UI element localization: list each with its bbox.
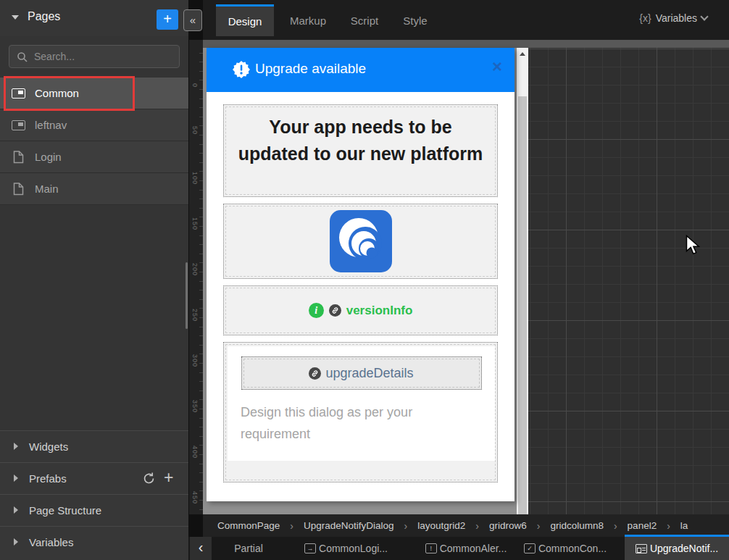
canvas-scrollbar[interactable] (517, 48, 528, 514)
sidebar-item-main[interactable]: Main (0, 173, 188, 205)
page-label: leftnav (35, 119, 67, 131)
tab-style[interactable]: Style (394, 4, 436, 36)
chevron-down-icon (700, 12, 708, 20)
ruler-number: 250 (191, 309, 199, 322)
bottom-tab-commonlogindialog[interactable]: → CommonLogi... (301, 537, 391, 560)
bottom-tab-label: CommonCon... (538, 543, 607, 554)
sidebar-section-page-structure[interactable]: Page Structure (0, 494, 188, 526)
search-input[interactable] (33, 46, 175, 67)
upgrade-notify-dialog: Upgrade available × Your app needs to be… (207, 48, 515, 501)
bottom-tab-bar: ‹ Partial → CommonLogi... ! CommonAler..… (188, 537, 729, 560)
breadcrumb-item[interactable]: gridrow6 (489, 520, 527, 531)
ruler-number: 300 (191, 354, 199, 367)
page-label: Login (35, 151, 62, 163)
sidebar-item-login[interactable]: Login (0, 141, 188, 173)
page-file-icon (13, 183, 24, 196)
section-label: Widgets (29, 440, 68, 453)
variables-label: Variables (656, 12, 697, 24)
ruler-number: 50 (191, 126, 199, 135)
breadcrumb-separator: › (475, 520, 479, 532)
search-icon (17, 51, 28, 63)
collapse-sidebar-button[interactable]: « (183, 9, 202, 31)
studio-window: Pages + Common leftnav Login (0, 0, 729, 560)
bottom-tab-commonalertdialog[interactable]: ! CommonAler... (422, 537, 510, 560)
canvas-grid[interactable] (528, 48, 729, 514)
panel-content: upgradeDetails Design this dialog as per… (228, 346, 495, 461)
caret-down-icon (12, 15, 19, 20)
variables-dropdown[interactable]: {x} Variables (639, 12, 707, 24)
pages-panel-header[interactable]: Pages + (0, 0, 188, 36)
variables-x-icon: {x} (639, 12, 651, 24)
breadcrumb-item[interactable]: CommonPage (217, 520, 280, 531)
breadcrumb-separator: › (404, 520, 408, 532)
pages-sidebar: Pages + Common leftnav Login (0, 0, 188, 560)
dialog-window-icon (636, 544, 647, 553)
bottom-tab-upgradenotifydialog[interactable]: UpgradeNotif... (625, 537, 729, 560)
tab-script[interactable]: Script (342, 4, 387, 36)
refresh-icon[interactable] (142, 472, 156, 485)
add-prefab-button[interactable]: + (164, 468, 173, 488)
bottom-tab-label: CommonLogi... (319, 543, 388, 554)
ruler-number: 450 (191, 491, 199, 504)
heading-widget[interactable]: Your app needs to be updated to our new … (223, 104, 498, 197)
chevron-right-icon (14, 538, 18, 546)
upgrade-details-label: upgradeDetails (325, 366, 413, 381)
close-icon[interactable]: × (492, 57, 502, 77)
add-page-button[interactable]: + (157, 9, 178, 30)
login-dialog-icon: → (304, 543, 316, 553)
scrollbar-thumb[interactable] (518, 96, 527, 514)
active-tab-indicator (625, 535, 729, 537)
sidebar-section-prefabs[interactable]: Prefabs + (0, 462, 188, 494)
upgrade-details-button[interactable]: upgradeDetails (241, 356, 482, 390)
pages-panel-title: Pages (28, 10, 60, 23)
partial-icon (12, 120, 25, 130)
tab-design[interactable]: Design (216, 4, 274, 36)
bottom-tab-label: CommonAler... (440, 543, 507, 554)
ruler-number: 100 (191, 172, 199, 185)
dialog-title: Upgrade available (255, 61, 366, 77)
tab-label: Script (351, 14, 378, 27)
confirm-dialog-icon: ✓ (524, 543, 536, 553)
dialog-heading-text: Your app needs to be updated to our new … (238, 114, 484, 167)
bottom-tab-label: Partial (234, 543, 263, 554)
tabs-back-button[interactable]: ‹ (190, 537, 212, 560)
ruler-number: 200 (191, 263, 199, 276)
breadcrumb-separator: › (290, 520, 293, 532)
scroll-up-arrow-icon[interactable] (517, 48, 528, 60)
section-label: Page Structure (29, 504, 101, 517)
ruler-number: 0 (191, 83, 199, 88)
bottom-label-partial: Partial (217, 537, 280, 560)
bottom-tab-label: UpgradeNotif... (650, 543, 718, 554)
tab-markup[interactable]: Markup (281, 4, 335, 36)
section-label: Prefabs (29, 472, 67, 485)
picture-widget[interactable] (223, 204, 498, 279)
breadcrumb-item[interactable]: panel2 (628, 520, 657, 531)
ruler-number: 400 (191, 446, 199, 459)
ruler-number: 350 (191, 400, 199, 413)
breadcrumb-item[interactable]: layoutgrid2 (417, 520, 465, 531)
bind-link-icon (309, 367, 321, 380)
sidebar-scrollbar[interactable] (186, 262, 188, 329)
bottom-tab-commonconfirmdialog[interactable]: ✓ CommonCon... (518, 537, 612, 560)
vertical-ruler: 0 50 100 150 200 250 300 350 400 450 500 (189, 40, 203, 514)
sidebar-section-widgets[interactable]: Widgets (0, 430, 188, 462)
sidebar-section-variables[interactable]: Variables (0, 526, 188, 560)
chevron-right-icon (14, 506, 18, 514)
breadcrumb-item[interactable]: la (680, 520, 688, 531)
chevron-right-icon (14, 443, 18, 450)
bind-link-icon (329, 304, 341, 317)
breadcrumb-item[interactable]: UpgradeNotifyDialog (304, 520, 394, 531)
chevron-right-icon (14, 475, 18, 482)
panel-widget[interactable]: upgradeDetails Design this dialog as per… (223, 342, 498, 482)
section-label: Variables (29, 536, 73, 548)
pages-search-box[interactable] (9, 45, 180, 68)
tab-label: Style (403, 14, 427, 27)
canvas-top-strip (203, 40, 729, 48)
sidebar-item-leftnav[interactable]: leftnav (0, 109, 188, 141)
tab-label: Design (228, 15, 262, 28)
dialog-header[interactable]: Upgrade available × (207, 48, 515, 92)
info-icon: i (309, 303, 324, 318)
design-canvas: Upgrade available × Your app needs to be… (203, 40, 729, 514)
version-info-widget[interactable]: i versionInfo (223, 285, 498, 335)
breadcrumb-item[interactable]: gridcolumn8 (550, 520, 604, 531)
